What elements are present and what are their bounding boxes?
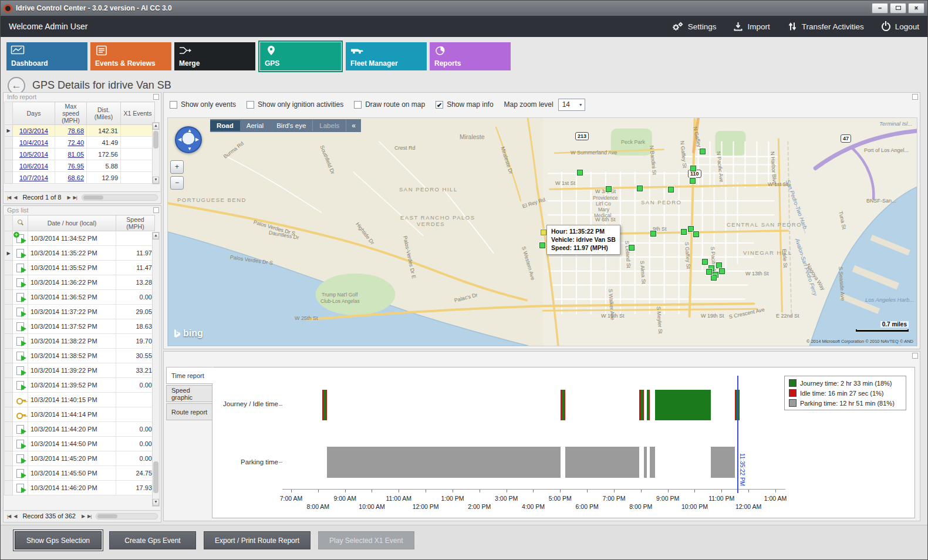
table-row[interactable]: 10/7/201468.6212.99 [5,172,155,184]
import-button[interactable]: Import [734,22,770,31]
scroll-down-icon[interactable]: ▼ [153,177,159,184]
gps-marker[interactable] [637,185,643,191]
scroll-thumb[interactable] [97,514,117,518]
gps-marker[interactable] [716,262,722,268]
table-row[interactable]: 10/3/2014 11:34:52 PM [5,231,155,246]
scroll-down-icon[interactable]: ▼ [153,499,159,506]
gps-marker[interactable] [700,149,706,154]
table-row[interactable]: 10/3/2014 11:37:52 PM18.63 [5,319,155,334]
tab-gps[interactable]: GPS [260,42,341,70]
pager-next-icon[interactable]: ▶ [81,514,85,519]
map-style-road[interactable]: Road [210,120,240,131]
minimize-button[interactable]: – [872,3,888,14]
zoom-out-button[interactable]: − [170,176,184,190]
table-row[interactable]: 10/3/2014 11:36:52 PM0.00 [5,290,155,305]
gps-marker[interactable] [650,231,656,237]
day-link[interactable]: 10/4/2014 [19,139,48,146]
table-row[interactable]: 10/3/2014 11:44:14 PM [5,407,155,422]
vertical-scrollbar[interactable]: ▲ ▼ [152,122,160,184]
table-row[interactable]: 10/3/2014 11:39:52 PM0.00 [5,378,155,393]
collapse-panel-icon[interactable] [912,353,918,359]
table-row[interactable]: 10/3/2014 11:36:22 PM13.28 [5,275,155,290]
column-header[interactable]: Max speed (MPH) [55,102,87,125]
checkbox-show-only-ignition-activities[interactable]: Show only ignition activities [247,100,343,109]
table-row[interactable]: 10/3/2014 11:38:22 PM19.70 [5,334,155,349]
pager-next-icon[interactable]: ▶ [66,195,70,200]
map-compass-control[interactable]: ▲ ▼ ◀ ▶ [175,126,202,153]
map-style-aerial[interactable]: Aerial [240,120,270,131]
vertical-scrollbar[interactable]: ▲ ▼ [152,232,160,507]
column-header[interactable]: X1 Events [121,102,155,125]
checked-checkbox-icon[interactable]: ✔ [436,101,443,109]
max-speed-link[interactable]: 76.95 [68,163,84,170]
pager-prev-icon[interactable]: ◀ [13,514,17,519]
show-gps-selection-button[interactable]: Show Gps Selection [15,531,102,549]
pan-east-icon[interactable]: ▶ [195,137,199,142]
day-link[interactable]: 10/3/2014 [19,127,48,134]
table-row[interactable]: 10/3/2014 11:35:52 PM11.47 [5,261,155,275]
selected-gps-marker[interactable] [541,230,546,235]
collapse-panel-icon[interactable] [153,207,159,213]
tab-speed-graphic[interactable]: Speed graphic [166,385,212,402]
unchecked-checkbox-icon[interactable] [354,101,362,109]
pager-first-icon[interactable]: |◀ [6,514,11,519]
gps-marker[interactable] [706,269,712,275]
icon-column-header[interactable] [13,215,28,231]
pan-south-icon[interactable]: ▼ [187,146,192,151]
unchecked-checkbox-icon[interactable] [247,101,254,109]
pan-north-icon[interactable]: ▲ [187,128,192,133]
gps-marker[interactable] [719,268,725,274]
table-row[interactable]: 10/3/2014 11:45:50 PM24.75 [5,466,155,481]
tab-reports[interactable]: Reports [430,42,511,70]
map-zoom-select[interactable]: 14 ▼ [558,99,585,111]
map-canvas[interactable]: MiralesteCrest RdBurma RdSouthfield DrMi… [167,117,917,346]
table-row[interactable]: 10/3/2014 11:45:20 PM0.00 [5,451,155,466]
tab-merge[interactable]: Merge [174,42,255,70]
table-row[interactable]: 10/5/201481.05172.56 [5,149,155,160]
column-header[interactable]: Date / hour (local) [28,215,116,231]
tab-route-report[interactable]: Route report [166,403,212,420]
pager-last-icon[interactable]: ▶| [87,514,92,519]
day-link[interactable]: 10/5/2014 [19,151,48,158]
scroll-thumb[interactable] [83,195,103,200]
column-header[interactable]: Speed (MPH) [116,215,155,231]
day-link[interactable]: 10/6/2014 [19,163,48,170]
gps-marker[interactable] [629,245,635,251]
table-row[interactable]: ▶10/3/2014 11:35:22 PM11.97 [5,246,155,261]
horizontal-scrollbar[interactable] [96,513,158,519]
transfer-activities-button[interactable]: Transfer Activities [788,22,864,31]
settings-button[interactable]: Settings [671,22,717,32]
checkbox-show-only-events[interactable]: Show only events [170,100,236,109]
pan-west-icon[interactable]: ◀ [178,137,181,142]
pager-last-icon[interactable]: ▶| [73,195,77,200]
max-speed-link[interactable]: 72.40 [68,139,84,146]
export-print-route-report-button[interactable]: Export / Print Route Report [204,531,311,549]
checkbox-draw-route-on-map[interactable]: Draw route on map [354,100,425,109]
table-row[interactable]: 10/3/2014 11:38:52 PM30.55 [5,349,155,363]
back-button[interactable]: ← [8,77,25,95]
pager-prev-icon[interactable]: ◀ [13,195,17,200]
gps-marker[interactable] [577,170,583,176]
table-row[interactable]: 10/3/2014 11:40:15 PM [5,393,155,407]
scroll-up-icon[interactable]: ▲ [153,232,159,239]
checkbox-show-map-info[interactable]: ✔Show map info [436,100,493,109]
gps-marker[interactable] [681,229,687,235]
table-row[interactable]: ▶10/3/201478.68142.31 [5,125,155,137]
table-row[interactable]: 10/4/201472.4041.49 [5,137,155,149]
scroll-thumb[interactable] [153,131,158,149]
logout-button[interactable]: Logout [882,22,919,31]
max-speed-link[interactable]: 81.05 [68,151,84,158]
table-row[interactable]: 10/3/2014 11:44:20 PM0.00 [5,422,155,437]
table-row[interactable]: 10/3/2014 11:39:22 PM33.21 [5,363,155,378]
gps-marker[interactable] [711,275,717,281]
collapse-panel-icon[interactable] [153,94,159,100]
table-row[interactable]: 10/3/2014 11:44:50 PM0.00 [5,437,155,451]
gps-marker[interactable] [606,186,612,192]
unchecked-checkbox-icon[interactable] [170,101,177,109]
table-row[interactable]: 10/3/2014 11:46:20 PM17.93 [5,481,155,495]
table-row[interactable]: 10/3/2014 11:37:22 PM29.05 [5,305,155,319]
maximize-button[interactable] [890,3,906,14]
pager-first-icon[interactable]: |◀ [6,195,11,200]
create-gps-event-button[interactable]: Create Gps Event [109,531,196,549]
zoom-in-button[interactable]: + [170,160,184,174]
